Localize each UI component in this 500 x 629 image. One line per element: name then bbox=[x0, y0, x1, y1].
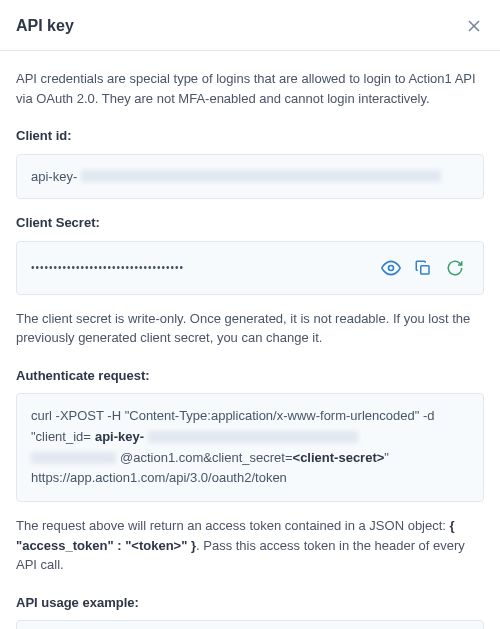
auth-line-3: xx@action1.com&client_secret=<client-sec… bbox=[31, 448, 469, 469]
reveal-secret-button[interactable] bbox=[377, 254, 405, 282]
close-button[interactable] bbox=[464, 16, 484, 36]
svg-rect-3 bbox=[421, 265, 429, 273]
auth-redacted-2: xx bbox=[31, 452, 116, 464]
regenerate-secret-button[interactable] bbox=[441, 254, 469, 282]
client-id-redacted: xxxxxxxxxxxxxxxxxxxxxxxxxxxxxxxxxxxxxxxx bbox=[81, 170, 441, 182]
copy-icon bbox=[414, 259, 432, 277]
client-secret-field: •••••••••••••••••••••••••••••••••• bbox=[16, 241, 484, 295]
dialog-header: API key bbox=[0, 0, 500, 51]
auth-request-label: Authenticate request: bbox=[16, 366, 484, 386]
svg-point-2 bbox=[389, 265, 394, 270]
client-id-value: api-key- xxxxxxxxxxxxxxxxxxxxxxxxxxxxxxx… bbox=[16, 154, 484, 200]
client-secret-label: Client Secret: bbox=[16, 213, 484, 233]
auth-redacted-1: xx bbox=[148, 431, 358, 443]
client-secret-note: The client secret is write-only. Once ge… bbox=[16, 309, 484, 348]
dialog-title: API key bbox=[16, 14, 74, 38]
token-note: The request above will return an access … bbox=[16, 516, 484, 575]
client-id-label: Client id: bbox=[16, 126, 484, 146]
dialog-content: API credentials are special type of logi… bbox=[0, 51, 500, 629]
copy-secret-button[interactable] bbox=[409, 254, 437, 282]
close-icon bbox=[467, 19, 481, 33]
auth-line-2: "client_id=api-key-xx bbox=[31, 427, 469, 448]
client-secret-masked: •••••••••••••••••••••••••••••••••• bbox=[31, 260, 373, 275]
auth-request-code: curl -XPOST -H "Content-Type:application… bbox=[16, 393, 484, 502]
intro-text: API credentials are special type of logi… bbox=[16, 69, 484, 108]
auth-line-4: https://app.action1.com/api/3.0/oauth2/t… bbox=[31, 468, 469, 489]
usage-example-code: curl -XGET -H "Authorization: Bearer <ac… bbox=[16, 620, 484, 629]
refresh-icon bbox=[446, 259, 464, 277]
usage-example-label: API usage example: bbox=[16, 593, 484, 613]
eye-icon bbox=[381, 258, 401, 278]
auth-line-1: curl -XPOST -H "Content-Type:application… bbox=[31, 406, 469, 427]
client-id-prefix: api-key- bbox=[31, 167, 77, 187]
api-key-dialog: API key API credentials are special type… bbox=[0, 0, 500, 629]
